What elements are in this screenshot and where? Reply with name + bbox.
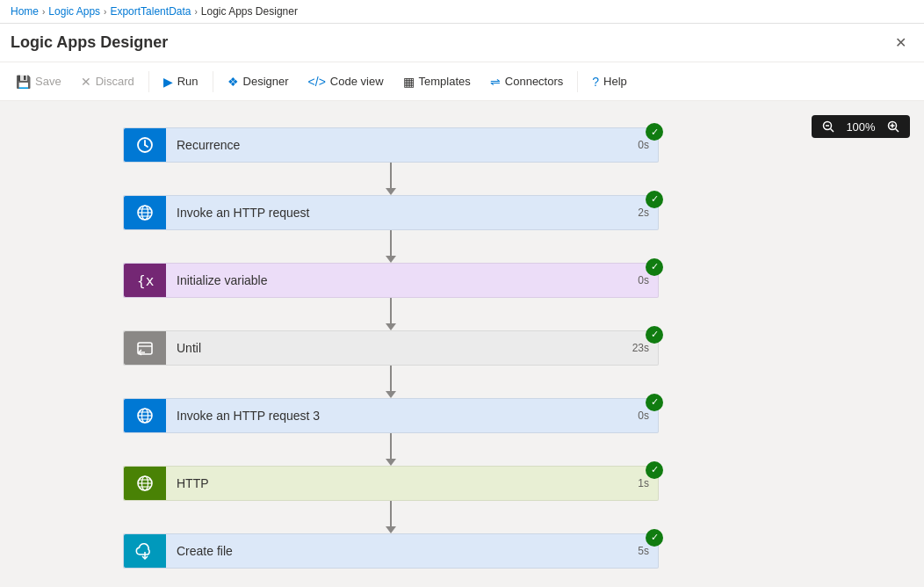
title-bar: Logic Apps Designer ✕ — [0, 24, 924, 62]
breadcrumb: Home › Logic Apps › ExportTalentData › L… — [0, 0, 924, 24]
run-button[interactable]: ▶ Run — [155, 69, 207, 94]
svg-line-2 — [145, 145, 148, 147]
step-status-recurrence: ✓ — [646, 123, 663, 141]
toolbar-separator-1 — [148, 71, 149, 92]
step-duration-invoke-http: 2s — [623, 207, 658, 219]
step-until[interactable]: Until23s✓ — [123, 330, 659, 366]
breadcrumb-current: Logic Apps Designer — [201, 5, 298, 18]
close-button[interactable]: ✕ — [888, 31, 913, 54]
step-duration-http-action: 1s — [623, 477, 658, 489]
step-duration-create-file: 5s — [623, 545, 658, 557]
step-status-create-file: ✓ — [646, 529, 663, 547]
discard-icon: ✕ — [81, 75, 91, 89]
arrow-4 — [386, 433, 396, 466]
code-icon: </> — [308, 75, 326, 89]
discard-button[interactable]: ✕ Discard — [72, 69, 143, 94]
step-icon-create-file — [124, 534, 166, 568]
code-view-button[interactable]: </> Code view — [300, 69, 393, 94]
designer-button[interactable]: ❖ Designer — [219, 69, 298, 94]
help-button[interactable]: ? Help — [583, 69, 636, 94]
arrow-0 — [386, 163, 396, 195]
toolbar-separator-3 — [577, 71, 578, 92]
arrow-1 — [386, 230, 396, 263]
step-recurrence[interactable]: Recurrence0s✓ — [123, 127, 659, 163]
step-label-invoke-http: Invoke an HTTP request — [166, 206, 623, 220]
help-icon: ? — [592, 75, 599, 89]
svg-text:{x}: {x} — [137, 272, 155, 289]
canvas: Recurrence0s✓ Invoke an HTTP request2s✓ … — [0, 101, 924, 586]
step-duration-init-variable: 0s — [623, 274, 658, 286]
flow-container: Recurrence0s✓ Invoke an HTTP request2s✓ … — [105, 119, 676, 569]
templates-button[interactable]: ▦ Templates — [394, 69, 480, 94]
step-duration-until: 23s — [623, 342, 658, 354]
step-label-create-file: Create file — [166, 544, 623, 558]
step-icon-recurrence — [124, 128, 166, 162]
zoom-controls: 100% — [812, 115, 910, 138]
arrow-3 — [386, 366, 396, 398]
step-icon-init-variable: {x} — [124, 264, 166, 297]
step-label-until: Until — [166, 341, 623, 355]
step-icon-invoke-http3 — [124, 399, 166, 432]
toolbar-separator-2 — [213, 71, 213, 92]
step-duration-recurrence: 0s — [623, 139, 658, 151]
step-invoke-http[interactable]: Invoke an HTTP request2s✓ — [123, 195, 659, 230]
connectors-button[interactable]: ⇌ Connectors — [481, 69, 572, 94]
step-init-variable[interactable]: {x} Initialize variable0s✓ — [123, 263, 659, 298]
step-create-file[interactable]: Create file5s✓ — [123, 533, 659, 569]
step-label-recurrence: Recurrence — [166, 138, 623, 152]
step-label-invoke-http3: Invoke an HTTP request 3 — [166, 409, 623, 423]
step-status-until: ✓ — [646, 326, 663, 344]
step-icon-http-action — [124, 467, 166, 500]
step-status-invoke-http3: ✓ — [646, 394, 663, 411]
step-duration-invoke-http3: 0s — [623, 409, 658, 422]
breadcrumb-export[interactable]: ExportTalentData — [110, 5, 191, 18]
step-label-init-variable: Initialize variable — [166, 273, 623, 287]
zoom-in-button[interactable] — [884, 119, 903, 134]
step-status-init-variable: ✓ — [646, 258, 663, 276]
step-label-http-action: HTTP — [166, 476, 623, 490]
save-button[interactable]: 💾 Save — [7, 69, 70, 94]
step-http-action[interactable]: HTTP1s✓ — [123, 466, 659, 501]
step-icon-until — [124, 331, 166, 365]
zoom-out-button[interactable] — [819, 119, 838, 134]
toolbar: 💾 Save ✕ Discard ▶ Run ❖ Designer </> Co… — [0, 62, 924, 101]
breadcrumb-home[interactable]: Home — [11, 5, 39, 18]
page-title: Logic Apps Designer — [11, 33, 168, 52]
designer-icon: ❖ — [227, 75, 239, 89]
step-icon-invoke-http — [124, 196, 166, 229]
step-status-invoke-http: ✓ — [646, 191, 663, 208]
templates-icon: ▦ — [403, 75, 415, 89]
save-icon: 💾 — [16, 75, 31, 89]
step-invoke-http3[interactable]: Invoke an HTTP request 30s✓ — [123, 398, 659, 433]
run-icon: ▶ — [163, 75, 173, 89]
breadcrumb-logic-apps[interactable]: Logic Apps — [48, 5, 100, 18]
svg-line-25 — [831, 129, 834, 133]
zoom-level: 100% — [845, 120, 877, 134]
arrow-2 — [386, 298, 396, 330]
connectors-icon: ⇌ — [490, 75, 501, 89]
svg-line-29 — [896, 129, 899, 133]
arrow-5 — [386, 501, 396, 533]
step-status-http-action: ✓ — [646, 461, 663, 479]
